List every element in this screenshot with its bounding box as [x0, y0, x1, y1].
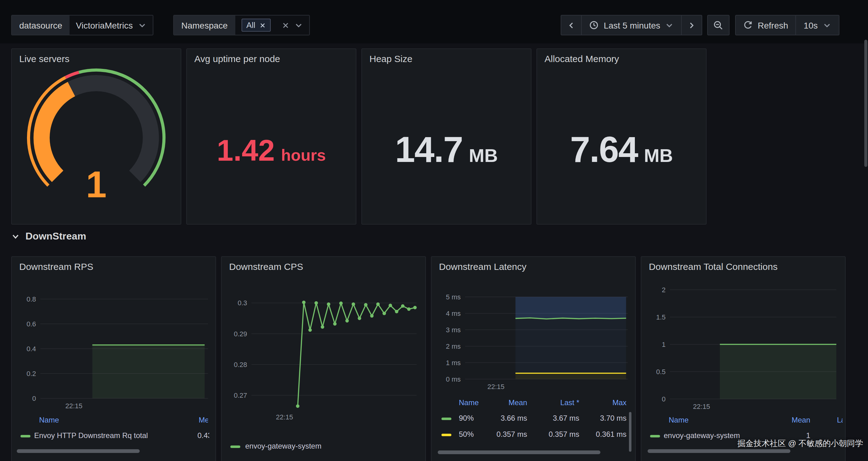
panel-title: Live servers	[19, 53, 69, 64]
legend-mean-value: 0.357 ms	[484, 430, 527, 439]
svg-text:1.5: 1.5	[656, 313, 665, 321]
series-swatch	[230, 446, 240, 448]
legend-mean-value: 0.43	[197, 431, 209, 440]
svg-text:2 ms: 2 ms	[446, 342, 461, 350]
chevron-down-icon	[11, 232, 20, 241]
remove-chip-icon[interactable]	[259, 22, 266, 28]
refresh-button[interactable]: Refresh	[736, 15, 796, 35]
panel-avg-uptime: Avg uptime per node 1.42 hours	[186, 48, 356, 225]
watermark: 掘金技术社区 @ 不敏感的小朝同学	[737, 438, 863, 449]
svg-text:2: 2	[662, 286, 665, 294]
svg-text:22:15: 22:15	[65, 402, 82, 410]
svg-text:0.5: 0.5	[656, 368, 665, 376]
gauge-value: 1	[12, 163, 181, 206]
time-picker-group: Last 5 minutes	[561, 15, 703, 35]
legend-header-last[interactable]: Last *	[536, 398, 579, 407]
svg-text:0.3: 0.3	[238, 299, 247, 307]
panel-title: Downstream RPS	[19, 261, 93, 272]
svg-text:1: 1	[662, 341, 665, 349]
svg-text:4 ms: 4 ms	[446, 309, 461, 317]
legend-mean-value: 3.66 ms	[484, 414, 527, 423]
svg-text:22:15: 22:15	[487, 383, 504, 391]
chevron-down-icon	[823, 21, 831, 30]
grafana-dashboard: datasource VictoriaMetrics Namespace All	[0, 0, 868, 461]
panel-downstream-rps: Downstream RPS 00.20.40.60.822:15 Name M…	[11, 256, 216, 461]
vertical-scrollbar-thumb[interactable]	[629, 412, 631, 452]
datasource-value: VictoriaMetrics	[76, 20, 133, 30]
panel-live-servers: Live servers 1	[11, 48, 181, 225]
horizontal-scrollbar-thumb[interactable]	[648, 449, 790, 453]
panel-downstream-latency: Downstream Latency 0 ms1 ms2 ms3 ms4 ms5…	[431, 256, 636, 461]
chevron-right-icon	[688, 21, 696, 30]
horizontal-scrollbar-thumb[interactable]	[438, 451, 600, 454]
panel-title: Avg uptime per node	[194, 53, 280, 64]
refresh-group: Refresh 10s	[736, 15, 839, 35]
chevron-down-icon[interactable]	[294, 21, 303, 30]
legend-series-name[interactable]: 90%	[459, 414, 474, 423]
legend-series-name[interactable]: envoy-gateway-system	[664, 431, 740, 440]
series-swatch	[441, 434, 452, 436]
chevron-down-icon	[138, 21, 147, 30]
series-swatch	[441, 418, 452, 420]
namespace-chip[interactable]: All	[241, 19, 271, 32]
svg-text:0.4: 0.4	[26, 345, 36, 353]
svg-text:0.2: 0.2	[26, 370, 36, 377]
legend-series-name[interactable]: envoy-gateway-system	[245, 442, 321, 451]
namespace-label: Namespace	[174, 15, 235, 35]
datasource-select[interactable]: VictoriaMetrics	[70, 15, 153, 35]
dashboard-toolbar: datasource VictoriaMetrics Namespace All	[0, 0, 868, 43]
panel-allocated-memory: Allocated Memory 7.64 MB	[536, 48, 707, 225]
refresh-interval-select[interactable]: 10s	[796, 15, 839, 35]
refresh-icon	[744, 21, 753, 30]
panel-title: Downstream CPS	[229, 261, 303, 272]
namespace-select[interactable]: All	[235, 15, 309, 35]
namespace-variable: Namespace All	[173, 15, 310, 35]
stat-value-row: 14.7 MB	[362, 128, 531, 170]
legend-series-name[interactable]: 50%	[459, 430, 474, 439]
time-shift-forward-button[interactable]	[681, 15, 703, 35]
legend-header-name[interactable]: Name	[459, 398, 479, 407]
clear-selection-icon[interactable]	[282, 22, 289, 29]
series-swatch	[21, 435, 30, 437]
svg-text:0: 0	[662, 395, 665, 403]
panel-title: Downstream Total Connections	[649, 261, 778, 272]
legend-max-value: 0.361 ms	[588, 430, 626, 439]
zoom-out-button[interactable]	[708, 15, 730, 35]
datasource-variable: datasource VictoriaMetrics	[11, 15, 153, 35]
refresh-interval-value: 10s	[804, 20, 818, 30]
svg-text:0.6: 0.6	[26, 320, 36, 328]
legend-header-mean[interactable]: Mean	[199, 416, 208, 424]
chevron-down-icon	[665, 21, 674, 30]
stat-unit: MB	[469, 145, 498, 166]
total-connections-chart[interactable]: 00.511.5222:15	[646, 275, 841, 414]
legend-header-name[interactable]: Name	[39, 416, 59, 424]
legend-header-mean[interactable]: Mean	[484, 398, 527, 407]
stat-unit: hours	[281, 146, 326, 165]
page-scrollbar-thumb[interactable]	[864, 40, 867, 167]
datasource-label: datasource	[12, 15, 70, 35]
svg-text:0.27: 0.27	[234, 392, 247, 399]
time-shift-back-button[interactable]	[561, 15, 582, 35]
panel-title: Allocated Memory	[545, 53, 619, 64]
horizontal-scrollbar-thumb[interactable]	[17, 449, 140, 453]
stat-value-row: 1.42 hours	[187, 133, 356, 167]
panel-title: Downstream Latency	[439, 261, 527, 272]
legend-header-max[interactable]: Max	[588, 398, 626, 407]
rps-chart[interactable]: 00.20.40.60.822:15	[17, 275, 212, 413]
cps-chart[interactable]: 0.270.280.290.322:15	[227, 275, 422, 424]
svg-text:0 ms: 0 ms	[446, 375, 461, 383]
svg-text:22:15: 22:15	[693, 403, 710, 410]
legend-header-last[interactable]: Last	[837, 416, 842, 424]
legend-header-name[interactable]: Name	[669, 416, 688, 424]
refresh-label: Refresh	[758, 20, 788, 30]
latency-chart[interactable]: 0 ms1 ms2 ms3 ms4 ms5 ms22:15	[436, 275, 631, 394]
legend-header-mean[interactable]: Mean	[773, 416, 810, 424]
row-downstream[interactable]: DownStream	[11, 231, 86, 242]
panel-downstream-cps: Downstream CPS 0.270.280.290.322:15 envo…	[221, 256, 426, 461]
time-range-picker[interactable]: Last 5 minutes	[582, 15, 682, 35]
legend-last-value: 0.357 ms	[536, 430, 579, 439]
stat-value: 14.7	[395, 128, 463, 170]
legend-series-name[interactable]: Envoy HTTP Downstream Rq total	[34, 431, 148, 440]
svg-text:22:15: 22:15	[276, 413, 293, 421]
time-range-label: Last 5 minutes	[604, 20, 660, 30]
